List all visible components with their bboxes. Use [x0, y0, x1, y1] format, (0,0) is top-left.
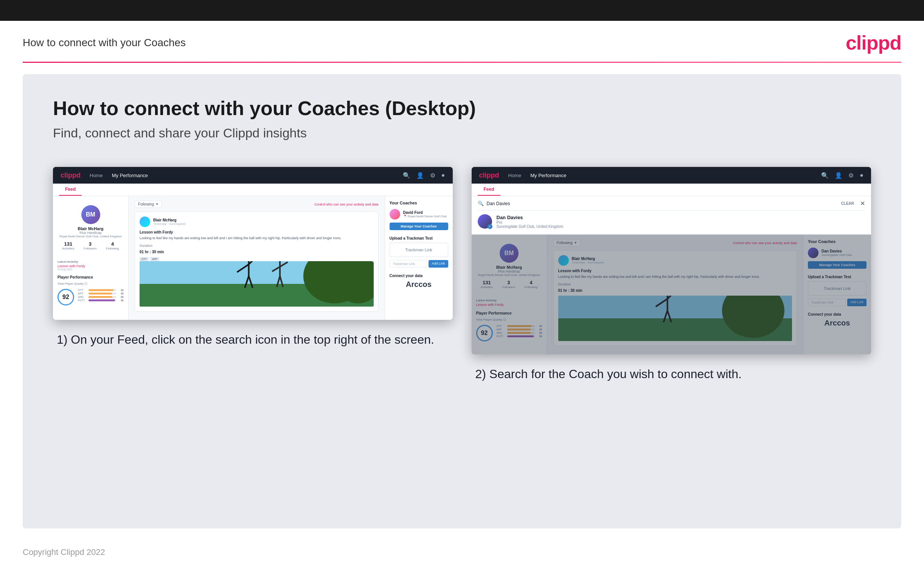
stat-followers: 3 Followers: [84, 241, 96, 250]
bar-arg: ARG 86: [78, 295, 124, 298]
profile-club-2: Royal North Devon Golf Club, United King…: [476, 273, 542, 277]
stat-activities-2: 131 Activities: [481, 280, 493, 289]
connect-title-1: Connect your data: [390, 274, 448, 278]
close-search-btn[interactable]: ✕: [860, 200, 865, 207]
main-content: How to connect with your Coaches (Deskto…: [23, 74, 901, 528]
main-heading: How to connect with your Coaches (Deskto…: [53, 97, 871, 120]
post-avatar-1: [139, 216, 150, 227]
post-header-1: Blair McHarg Yesterday · Sunningdale: [139, 216, 374, 227]
activity-name: Lesson with Fordy: [53, 264, 128, 268]
followers-count: 3: [84, 241, 96, 247]
perf-score-1: 92: [58, 289, 74, 305]
activities-label: Activities: [62, 247, 74, 250]
user-icon-2[interactable]: 👤: [835, 172, 842, 179]
app-nav-performance-2[interactable]: My Performance: [530, 173, 566, 178]
feed-tab-2: Feed: [478, 183, 500, 196]
trackman-text-1: Trackman Link: [395, 248, 443, 252]
add-link-btn-1[interactable]: Add Link: [429, 260, 448, 268]
coach-avatar-1: [390, 209, 400, 219]
post-image-1: [139, 261, 374, 307]
copyright-text: Copyright Clippd 2022: [23, 547, 105, 557]
post-title-1: Lesson with Fordy: [139, 230, 374, 234]
search-result-name: Dan Davies: [497, 214, 563, 220]
app-nav-logo-2: clippd: [479, 172, 499, 179]
search-bar-row: 🔍 Dan Davies CLEAR ✕: [478, 200, 866, 207]
verified-badge: ✓: [487, 224, 492, 229]
avatar-1: BM: [81, 205, 100, 224]
trackman-input-row: Trackman Link Add Link: [390, 260, 448, 268]
app-nav-2: clippd Home My Performance 🔍 👤 ⚙ ●: [472, 167, 871, 183]
followers-label: Followers: [84, 247, 96, 250]
settings-icon-2[interactable]: ⚙: [848, 172, 854, 179]
profile-section-1: BM Blair McHarg Plus Handicap Royal Nort…: [53, 201, 128, 258]
app-middle-panel-1: Following ▼ Control who can see your act…: [129, 196, 385, 320]
profile-name-1: Blair McHarg: [58, 226, 124, 231]
latest-activity-2: Latest Activity: [472, 296, 547, 303]
post-card-2: Blair McHarg Yesterday · Sunningdale Les…: [553, 250, 797, 346]
tag-off: OTT: [139, 257, 149, 261]
activities-count: 131: [62, 241, 74, 247]
app-middle-panel-2: Following ▼ Control who can see your act…: [547, 235, 803, 354]
feed-tab[interactable]: Feed: [59, 183, 82, 196]
search-query-text[interactable]: Dan Davies: [487, 201, 838, 206]
stat-activities: 131 Activities: [62, 241, 74, 250]
app-left-panel-1: BM Blair McHarg Plus Handicap Royal Nort…: [53, 196, 129, 320]
following-bar-1: Following ▼ Control who can see your act…: [135, 201, 379, 208]
step-2-caption: 2) Search for the Coach you wish to conn…: [472, 366, 871, 383]
app-nav-logo-1: clippd: [60, 172, 81, 179]
header-divider: [23, 62, 901, 63]
following-btn-1[interactable]: Following ▼: [135, 201, 162, 208]
avatar-2: BM: [500, 244, 519, 263]
upload-title-1: Upload a Trackman Test: [390, 236, 448, 240]
screenshots-row: clippd Home My Performance 🔍 👤 ⚙ ● Feed: [53, 167, 871, 382]
app-nav-icons-2: 🔍 👤 ⚙ ●: [821, 172, 864, 179]
trackman-box-1: Trackman Link: [390, 243, 448, 257]
app-nav-home-1[interactable]: Home: [90, 173, 103, 178]
user-icon-1[interactable]: 👤: [416, 172, 424, 179]
profile-stats-2: 131 Activities 3 Followers 4: [476, 277, 542, 292]
main-subheading: Find, connect and share your Clippd insi…: [53, 126, 871, 140]
tag-row-1: OTT APP: [139, 257, 374, 261]
coach-name-1: David Ford: [403, 211, 447, 214]
post-author-info: Blair McHarg Yesterday · Sunningdale: [153, 218, 186, 226]
screenshot-2-block: clippd Home My Performance 🔍 👤 ⚙ ● Feed: [472, 167, 871, 382]
profile-club-1: Royal North Devon Golf Club, United King…: [58, 235, 124, 238]
avatar-icon-2[interactable]: ●: [860, 172, 864, 179]
search-result-avatar: ✓: [478, 214, 492, 229]
search-result-item[interactable]: ✓ Dan Davies Pro Sunningdale Golf Club, …: [478, 210, 866, 230]
control-link-1[interactable]: Control who can see your activity and da…: [314, 203, 379, 206]
coach-item-2: Dan Davies Sunningdale Golf Club: [808, 248, 866, 258]
search-result-club: Sunningdale Golf Club, United Kingdom: [497, 224, 563, 229]
coaches-title-2: Your Coaches: [808, 239, 866, 244]
screenshot-1-block: clippd Home My Performance 🔍 👤 ⚙ ● Feed: [53, 167, 453, 382]
manage-coaches-btn-1[interactable]: Manage Your Coaches: [390, 222, 448, 230]
post-duration-value-1: 01 hr : 30 min: [139, 250, 374, 254]
app-content-1: BM Blair McHarg Plus Handicap Royal Nort…: [53, 196, 453, 320]
clear-btn[interactable]: CLEAR: [841, 201, 854, 206]
following-bar-2: Following ▼ Control who can see your act…: [553, 239, 797, 247]
avatar-icon-1[interactable]: ●: [442, 172, 445, 179]
stat-following: 4 Following: [106, 241, 119, 250]
perf-bars-1: OTT 90 APP 85: [78, 289, 124, 302]
trackman-input-1[interactable]: Trackman Link: [390, 260, 427, 268]
search-bar-popup: 🔍 Dan Davies CLEAR ✕ ✓ Dan Davies: [472, 196, 871, 235]
app-nav-home-2[interactable]: Home: [508, 173, 521, 178]
search-icon-1[interactable]: 🔍: [403, 172, 410, 179]
performance-panel-2: Player Performance Total Player Quality …: [472, 311, 547, 341]
post-date-1: Yesterday · Sunningdale: [153, 222, 186, 226]
coach-item-1: David Ford 📍 Royal North Devon Golf Club: [390, 209, 448, 219]
profile-section-2: BM Blair McHarg Plus Handicap Royal Nort…: [472, 239, 547, 296]
screenshot-1-frame: clippd Home My Performance 🔍 👤 ⚙ ● Feed: [53, 167, 453, 320]
app-right-panel-2: Your Coaches Dan Davies Sunningdale Golf…: [803, 235, 871, 354]
post-text-1: Looking to feel like my hands are exitin…: [139, 236, 374, 241]
search-icon-2[interactable]: 🔍: [821, 172, 829, 179]
control-link-2: Control who can see your activity and da…: [733, 241, 797, 245]
settings-icon-1[interactable]: ⚙: [430, 172, 435, 179]
search-icon-small: 🔍: [478, 201, 484, 206]
coaches-title-1: Your Coaches: [390, 201, 448, 205]
post-card-1: Blair McHarg Yesterday · Sunningdale Les…: [135, 212, 379, 312]
app-nav-performance-1[interactable]: My Performance: [112, 173, 148, 178]
manage-coaches-btn-2[interactable]: Manage Your Coaches: [808, 261, 866, 269]
perf-sub-1: Total Player Quality ⓘ: [58, 282, 124, 286]
profile-handicap-1: Plus Handicap: [58, 231, 124, 235]
